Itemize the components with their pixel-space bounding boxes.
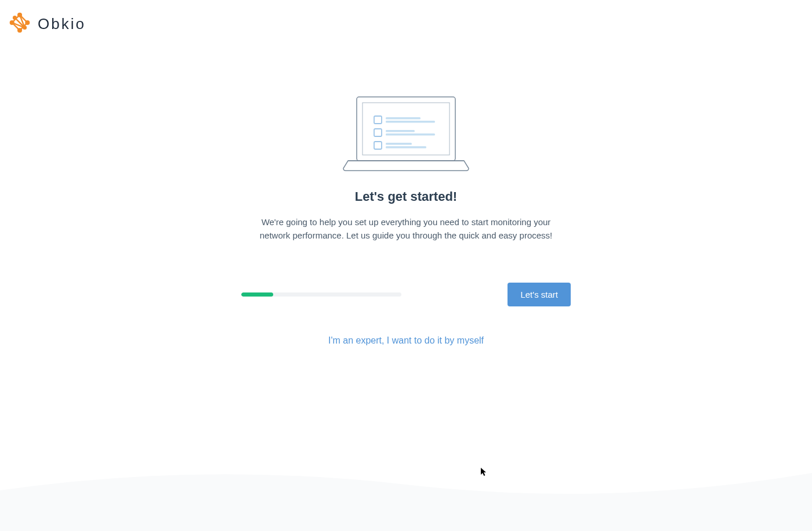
onboarding-panel: Let's get started! We're going to help y…: [0, 94, 812, 346]
svg-rect-17: [386, 121, 435, 123]
svg-rect-20: [386, 133, 435, 136]
logo-icon: [9, 12, 31, 36]
svg-rect-23: [386, 146, 426, 149]
progress-fill: [241, 292, 273, 297]
progress-bar: [241, 292, 401, 297]
onboarding-description: We're going to help you set up everythin…: [249, 216, 563, 242]
onboarding-title: Let's get started!: [355, 189, 457, 204]
expert-skip-link[interactable]: I'm an expert, I want to do it by myself: [328, 335, 484, 346]
svg-rect-19: [386, 130, 415, 132]
lets-start-button[interactable]: Let's start: [507, 283, 571, 306]
header: Obkio: [0, 0, 812, 48]
cursor-icon: [481, 468, 488, 477]
svg-rect-22: [386, 143, 412, 145]
laptop-illustration-icon: [342, 94, 470, 189]
actions-row: Let's start: [241, 283, 571, 306]
background-wave-icon: [0, 444, 812, 531]
brand-name: Obkio: [38, 15, 86, 33]
svg-rect-16: [386, 117, 420, 120]
